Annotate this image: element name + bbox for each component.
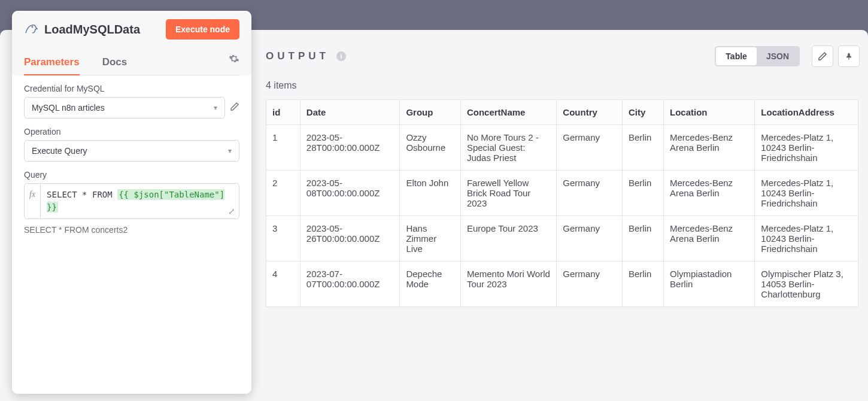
table-cell: Olympiastadion Berlin [664,262,755,307]
col-header[interactable]: City [622,100,663,125]
gear-icon [229,53,239,64]
table-row[interactable]: 12023-05-28T00:00:00.000ZOzzy OsbourneNo… [266,125,858,171]
col-header[interactable]: LocationAddress [755,100,858,125]
col-header[interactable]: Location [664,100,755,125]
table-row[interactable]: 22023-05-08T00:00:00.000ZElton JohnFarew… [266,171,858,216]
table-cell: Elton John [400,171,461,216]
table-cell: 3 [266,216,301,262]
pencil-icon [818,51,827,61]
table-cell: Hans Zimmer Live [400,216,461,262]
col-header[interactable]: Date [300,100,400,125]
table-cell: 2 [266,171,301,216]
expand-icon[interactable]: ⤢ [228,206,235,216]
svg-rect-0 [848,57,849,60]
mysql-icon [24,22,38,37]
credential-select[interactable]: MySQL n8n articles ▾ [24,97,225,119]
table-cell: Mercedes-Benz Arena Berlin [664,125,755,171]
node-title: LoadMySQLData [44,23,160,37]
svg-point-1 [32,26,32,27]
col-header[interactable]: id [266,100,301,125]
pin-output-button[interactable] [838,45,860,67]
info-icon[interactable]: i [336,51,346,61]
table-cell: Mercedes-Platz 1, 10243 Berlin-Friedrich… [755,216,858,262]
table-row[interactable]: 42023-07-07T00:00:00.000ZDepeche ModeMem… [266,262,858,307]
table-cell: 2023-07-07T00:00:00.000Z [300,262,400,307]
table-row[interactable]: 32023-05-26T00:00:00.000ZHans Zimmer Liv… [266,216,858,262]
table-cell: Mercedes-Platz 1, 10243 Berlin-Friedrich… [755,171,858,216]
output-title: OUTPUT [266,50,329,62]
chevron-down-icon: ▾ [228,147,232,155]
items-count: 4 items [266,80,860,91]
table-cell: 4 [266,262,301,307]
pin-icon [845,51,853,61]
table-cell: No More Tours 2 - Special Guest: Judas P… [460,125,556,171]
col-header[interactable]: ConcertName [460,100,556,125]
table-cell: Mercedes-Benz Arena Berlin [664,171,755,216]
table-cell: Mercedes-Platz 1, 10243 Berlin-Friedrich… [755,125,858,171]
operation-label: Operation [24,127,239,136]
table-cell: Ozzy Osbourne [400,125,461,171]
table-cell: Germany [557,216,623,262]
table-cell: Olympischer Platz 3, 14053 Berlin-Charlo… [755,262,858,307]
table-cell: 1 [266,125,301,171]
view-json-button[interactable]: JSON [757,47,799,65]
credential-label: Credential for MySQL [24,84,239,93]
table-header-row: id Date Group ConcertName Country City L… [266,100,858,125]
settings-button[interactable] [229,53,239,72]
table-cell: Berlin [622,171,663,216]
table-cell: Mercedes-Benz Arena Berlin [664,216,755,262]
output-header: OUTPUT i Table JSON [266,45,860,67]
operation-select[interactable]: Execute Query ▾ [24,140,239,162]
view-table-button[interactable]: Table [716,47,757,65]
table-cell: Germany [557,125,623,171]
table-cell: 2023-05-26T00:00:00.000Z [300,216,400,262]
execute-node-button[interactable]: Execute node [166,19,239,40]
expression-badge[interactable]: fx [25,184,41,218]
query-label: Query [24,170,239,180]
operation-value: Execute Query [32,146,87,156]
credential-value: MySQL n8n articles [32,103,105,113]
edit-output-button[interactable] [812,45,833,67]
tab-docs[interactable]: Docs [102,50,128,75]
tab-parameters[interactable]: Parameters [24,50,80,75]
chevron-down-icon: ▾ [214,104,217,112]
table-cell: Depeche Mode [400,262,461,307]
node-panel: LoadMySQLData Execute node Parameters Do… [12,11,251,394]
query-input[interactable]: fx SELECT * FROM {{ $json["TableName"] }… [24,183,239,219]
query-resolved: SELECT * FROM concerts2 [24,225,239,235]
table-cell: Berlin [622,216,663,262]
table-cell: Germany [557,262,623,307]
table-cell: Germany [557,171,623,216]
table-cell: 2023-05-08T00:00:00.000Z [300,171,400,216]
col-header[interactable]: Country [557,100,623,125]
table-cell: Memento Mori World Tour 2023 [460,262,556,307]
table-cell: Berlin [622,262,663,307]
table-cell: 2023-05-28T00:00:00.000Z [300,125,400,171]
query-content[interactable]: SELECT * FROM {{ $json["TableName"] }} [41,184,239,218]
edit-credential-button[interactable] [230,102,239,114]
pencil-icon [230,102,239,111]
output-table: id Date Group ConcertName Country City L… [266,99,858,307]
table-cell: Berlin [622,125,663,171]
col-header[interactable]: Group [400,100,461,125]
view-toggle: Table JSON [715,46,800,66]
table-cell: Farewell Yellow Brick Road Tour 2023 [460,171,556,216]
table-cell: Europe Tour 2023 [460,216,556,262]
